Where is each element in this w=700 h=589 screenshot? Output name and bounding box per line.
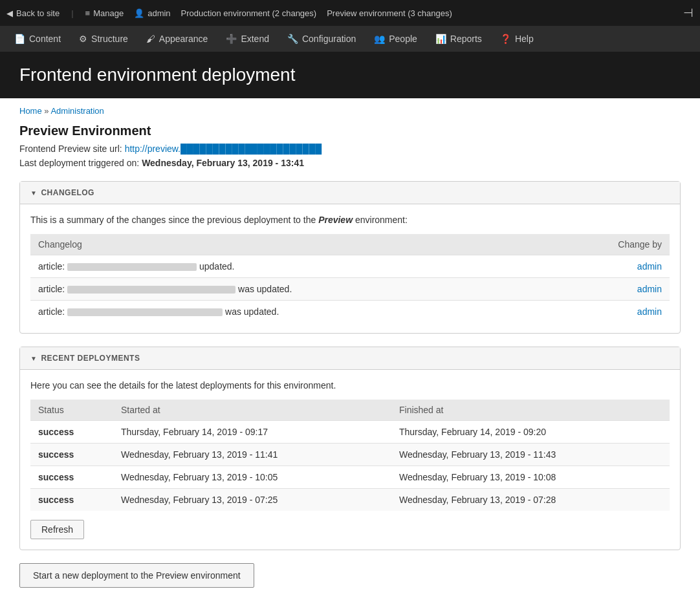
deploy-btn-row: Start a new deployment to the Preview en… bbox=[19, 563, 681, 588]
breadcrumb-home[interactable]: Home bbox=[19, 106, 42, 116]
breadcrumb-admin[interactable]: Administration bbox=[50, 106, 104, 116]
blurred-article-3 bbox=[67, 308, 223, 316]
last-deployment-row: Last deployment triggered on: Wednesday,… bbox=[19, 158, 681, 168]
main-content: Preview Environment Frontend Preview sit… bbox=[0, 123, 700, 589]
changelog-col-changeby: Change by bbox=[554, 234, 670, 255]
config-icon: 🔧 bbox=[287, 34, 298, 44]
changelog-table: Changelog Change by article: updated. ad… bbox=[30, 234, 670, 323]
dep-row-2-status: success bbox=[30, 444, 113, 466]
last-deployment-label: Last deployment triggered on: bbox=[19, 158, 139, 168]
recent-deployments-panel-body: Here you can see the details for the lat… bbox=[20, 370, 680, 550]
changelog-row-2-changeby: admin bbox=[554, 278, 670, 301]
site-url-link[interactable]: http://preview.██████████████████████ bbox=[125, 144, 322, 154]
article-suffix-1: updated. bbox=[199, 261, 235, 272]
back-icon: ◀ bbox=[6, 8, 13, 18]
extend-icon: ➕ bbox=[226, 34, 237, 44]
help-icon: ❓ bbox=[500, 34, 511, 44]
recent-deployments-panel-header: ▼ RECENT DEPLOYMENTS bbox=[20, 347, 680, 370]
dep-row-4-started: Wednesday, February 13, 2019 - 07:25 bbox=[113, 489, 391, 511]
content-icon: 📄 bbox=[14, 34, 25, 44]
changelog-row-3-changeby: admin bbox=[554, 301, 670, 323]
changelog-env-name: Preview bbox=[318, 215, 353, 225]
dep-row-4-finished: Wednesday, February 13, 2019 - 07:28 bbox=[391, 489, 670, 511]
reports-icon: 📊 bbox=[435, 34, 446, 44]
nav-appearance[interactable]: 🖌 Appearance bbox=[138, 26, 216, 52]
admin-link-1[interactable]: admin bbox=[637, 261, 662, 272]
article-prefix-3: article: bbox=[38, 306, 67, 317]
article-suffix-2: was updated. bbox=[238, 284, 292, 294]
recent-deployments-description: Here you can see the details for the lat… bbox=[30, 380, 670, 391]
nav-people[interactable]: 👥 People bbox=[366, 26, 425, 52]
preview-env-link[interactable]: Preview environment (3 changes) bbox=[327, 8, 452, 18]
changelog-row-2-content: article: was updated. bbox=[30, 278, 554, 301]
changelog-panel-header: ▼ CHANGELOG bbox=[20, 182, 680, 204]
refresh-btn-row: Refresh bbox=[30, 520, 670, 539]
prod-env-link[interactable]: Production environment (2 changes) bbox=[181, 8, 317, 18]
changelog-description: This is a summary of the changes since t… bbox=[30, 215, 670, 225]
nav-content[interactable]: 📄 Content bbox=[6, 26, 69, 52]
changelog-row-3-content: article: was updated. bbox=[30, 301, 554, 323]
dep-col-finished: Finished at bbox=[391, 400, 670, 421]
deploy-button[interactable]: Start a new deployment to the Preview en… bbox=[19, 563, 254, 588]
page-header: Frontend environment deployment bbox=[0, 52, 700, 98]
table-row: success Wednesday, February 13, 2019 - 0… bbox=[30, 489, 670, 511]
page-title: Frontend environment deployment bbox=[19, 65, 295, 85]
dep-col-started: Started at bbox=[113, 400, 391, 421]
site-url-label: Frontend Preview site url: bbox=[19, 144, 122, 154]
dep-row-2-started: Wednesday, February 13, 2019 - 11:41 bbox=[113, 444, 391, 466]
nav-extend[interactable]: ➕ Extend bbox=[218, 26, 277, 52]
dep-row-3-started: Wednesday, February 13, 2019 - 10:05 bbox=[113, 466, 391, 489]
dep-row-1-status: success bbox=[30, 421, 113, 444]
menu-icon: ≡ bbox=[85, 8, 91, 18]
admin-bar: ◀ Back to site | ≡ Manage 👤 admin Produc… bbox=[0, 0, 700, 26]
deployments-table-body: success Thursday, February 14, 2019 - 09… bbox=[30, 421, 670, 511]
table-row: article: was updated. admin bbox=[30, 278, 670, 301]
section-title: Preview Environment bbox=[19, 123, 681, 138]
dep-row-1-started: Thursday, February 14, 2019 - 09:17 bbox=[113, 421, 391, 444]
nav-help[interactable]: ❓ Help bbox=[492, 26, 541, 52]
dep-row-3-status: success bbox=[30, 466, 113, 489]
admin-user-link[interactable]: 👤 admin bbox=[134, 8, 170, 18]
changelog-title: CHANGELOG bbox=[41, 188, 94, 197]
dep-row-1-finished: Thursday, February 14, 2019 - 09:20 bbox=[391, 421, 670, 444]
table-row: success Wednesday, February 13, 2019 - 1… bbox=[30, 466, 670, 489]
admin-link-3[interactable]: admin bbox=[637, 306, 662, 317]
changelog-row-1-changeby: admin bbox=[554, 255, 670, 278]
collapse-sidebar-button[interactable]: ⊣ bbox=[683, 6, 694, 20]
people-icon: 👥 bbox=[374, 34, 385, 44]
table-row: article: updated. admin bbox=[30, 255, 670, 278]
nav-structure[interactable]: ⚙ Structure bbox=[71, 26, 136, 52]
nav-reports[interactable]: 📊 Reports bbox=[428, 26, 490, 52]
admin-link-2[interactable]: admin bbox=[637, 284, 662, 294]
table-row: success Thursday, February 14, 2019 - 09… bbox=[30, 421, 670, 444]
table-row: success Wednesday, February 13, 2019 - 1… bbox=[30, 444, 670, 466]
changelog-table-head: Changelog Change by bbox=[30, 234, 670, 255]
changelog-col-changelog: Changelog bbox=[30, 234, 554, 255]
nav-configuration[interactable]: 🔧 Configuration bbox=[279, 26, 364, 52]
article-prefix-1: article: bbox=[38, 261, 67, 272]
blurred-article-1 bbox=[67, 263, 197, 271]
deployments-triangle-icon: ▼ bbox=[30, 355, 37, 362]
changelog-triangle-icon: ▼ bbox=[30, 189, 37, 197]
dep-col-status: Status bbox=[30, 400, 113, 421]
last-deployment-date: Wednesday, February 13, 2019 - 13:41 bbox=[142, 158, 304, 168]
appearance-icon: 🖌 bbox=[146, 34, 155, 44]
changelog-row-1-content: article: updated. bbox=[30, 255, 554, 278]
article-prefix-2: article: bbox=[38, 284, 67, 294]
deployments-table: Status Started at Finished at success Th… bbox=[30, 400, 670, 511]
recent-deployments-panel: ▼ RECENT DEPLOYMENTS Here you can see th… bbox=[19, 347, 681, 550]
changelog-panel-body: This is a summary of the changes since t… bbox=[20, 204, 680, 333]
changelog-panel: ▼ CHANGELOG This is a summary of the cha… bbox=[19, 181, 681, 334]
site-url-row: Frontend Preview site url: http://previe… bbox=[19, 144, 681, 154]
deployments-table-head: Status Started at Finished at bbox=[30, 400, 670, 421]
breadcrumb: Home » Administration bbox=[0, 98, 700, 123]
back-to-site-link[interactable]: ◀ Back to site bbox=[6, 8, 60, 18]
breadcrumb-sep: » bbox=[44, 106, 49, 116]
nav-bar: 📄 Content ⚙ Structure 🖌 Appearance ➕ Ext… bbox=[0, 26, 700, 52]
manage-link[interactable]: ≡ Manage bbox=[85, 8, 124, 18]
structure-icon: ⚙ bbox=[79, 34, 87, 44]
refresh-button[interactable]: Refresh bbox=[30, 520, 84, 539]
dep-row-4-status: success bbox=[30, 489, 113, 511]
article-suffix-3: was updated. bbox=[225, 306, 279, 317]
blurred-article-2 bbox=[67, 286, 235, 294]
